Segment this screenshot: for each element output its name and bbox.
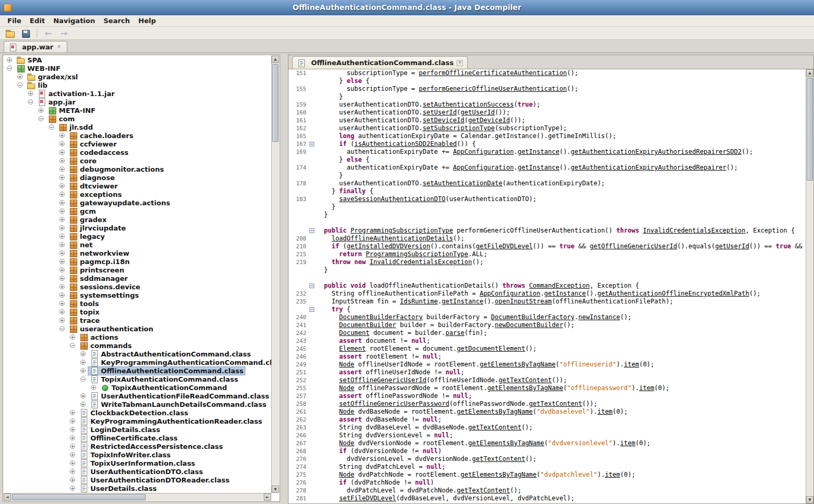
tree-item-topix[interactable]: +topix — [4, 308, 271, 316]
vertical-scrollbar-thumb[interactable] — [807, 78, 813, 181]
expand-toggle-icon[interactable]: + — [59, 242, 65, 247]
menu-navigation[interactable]: Navigation — [49, 16, 99, 26]
code-link[interactable]: getElementsByTagName — [480, 361, 556, 368]
code-link[interactable]: setAuthenticationSuccess — [423, 101, 513, 108]
expand-toggle-icon[interactable]: + — [80, 402, 86, 407]
save-all-sources-button[interactable] — [20, 28, 32, 38]
expand-toggle-icon[interactable]: + — [59, 217, 65, 222]
tree-item-writetabmanlaunchdetailscommand-class[interactable]: +WriteTabmanLaunchDetailsCommand.class — [4, 400, 271, 408]
code-link[interactable]: getTextContent — [529, 400, 582, 407]
code-link[interactable]: performGenericOfflineUserAuthentication — [419, 85, 567, 92]
code-link[interactable]: getTextContent — [499, 376, 552, 384]
expand-toggle-icon[interactable]: + — [70, 477, 75, 482]
expand-toggle-icon[interactable]: + — [59, 183, 65, 188]
menu-file[interactable]: File — [3, 16, 26, 26]
expand-toggle-icon[interactable]: + — [70, 418, 75, 424]
scroll-down-button[interactable] — [272, 486, 279, 493]
code-link[interactable]: AppConfiguration — [453, 164, 514, 171]
tree-item-keyprogrammingauthenticationcommand-class[interactable]: +KeyProgrammingAuthenticationCommand.cla… — [4, 358, 271, 366]
expand-toggle-icon[interactable]: + — [59, 150, 65, 155]
expand-toggle-icon[interactable]: + — [59, 292, 65, 298]
code-link[interactable]: item — [597, 408, 613, 415]
code-link[interactable]: getInstalledDVDVersion — [347, 243, 430, 250]
tree-item-restrictedaccesspersistence-class[interactable]: +RestrictedAccessPersistence.class — [4, 442, 271, 450]
expand-toggle-icon[interactable]: + — [59, 309, 65, 314]
fold-toggle-icon[interactable]: − — [310, 142, 314, 146]
code-link[interactable]: saveSessionAuthenticationDTO — [339, 195, 445, 203]
menu-help[interactable]: Help — [134, 16, 160, 26]
tree-item-keyprogrammingauthenticationreader-class[interactable]: +KeyProgrammingAuthenticationReader.clas… — [4, 417, 271, 425]
code-link[interactable]: getAuthenticationExpiryAuthorisedRepaire… — [571, 164, 726, 171]
code-link[interactable]: getTextContent — [457, 487, 510, 494]
collapse-toggle-icon[interactable]: − — [80, 376, 86, 382]
code-link[interactable]: newInstance — [579, 313, 620, 321]
code-link[interactable]: Node — [339, 384, 354, 392]
collapse-toggle-icon[interactable]: − — [38, 116, 44, 121]
tree-item-spa[interactable]: +SPA — [4, 56, 271, 64]
expand-toggle-icon[interactable]: + — [59, 200, 65, 205]
expand-toggle-icon[interactable]: + — [38, 108, 44, 113]
fold-toggle-icon[interactable]: − — [310, 284, 314, 288]
tree-item-userdetails-class[interactable]: +UserDetails.class — [4, 484, 271, 492]
tree-item-printscreen[interactable]: +printscreen — [4, 266, 271, 274]
expand-toggle-icon[interactable]: + — [80, 360, 86, 365]
collapse-toggle-icon[interactable]: − — [28, 99, 33, 104]
tree-item-cache-loaders[interactable]: +cache.loaders — [4, 131, 271, 140]
code-link[interactable]: setOfflineGenericUserId — [339, 376, 426, 384]
horizontal-scrollbar-thumb[interactable] — [12, 494, 146, 500]
code-link[interactable]: getAuthenticationExpiryAuthorisedRepaire… — [571, 148, 741, 155]
code-link[interactable]: getFileDVDLevel — [476, 243, 532, 250]
tree-item-exceptions[interactable]: +exceptions — [4, 190, 271, 198]
code-link[interactable]: getInstance — [518, 164, 559, 171]
code-link[interactable]: getTextContent — [472, 455, 525, 463]
tree-item-activation-1-1-jar[interactable]: +activation-1.1.jar — [4, 89, 271, 98]
code-link[interactable]: getElementsByTagName — [487, 384, 563, 392]
expand-toggle-icon[interactable]: + — [7, 57, 12, 62]
code-link[interactable]: getElementsByTagName — [461, 471, 537, 478]
code-link[interactable]: setOfflineGenericUserPassword — [339, 400, 449, 407]
tree-item-userauthenticationdto-class[interactable]: +UserAuthenticationDTO.class — [4, 467, 271, 476]
title-bar[interactable]: OfflineAuthenticationCommand.class - Jav… — [0, 0, 814, 15]
code-link[interactable]: getUserId — [715, 243, 749, 250]
tree-item-topixauthenticationcommand-class[interactable]: −TopixAuthenticationCommand.class — [4, 375, 271, 383]
code-link[interactable]: getAuthenticationOfflineEncryptedXmlPath — [597, 290, 749, 297]
code-link[interactable]: CommandException — [529, 282, 590, 289]
code-link[interactable]: setUserId — [423, 109, 457, 116]
tree-item-debugmonitor-actions[interactable]: +debugmonitor.actions — [4, 165, 271, 173]
tree-item-codedaccess[interactable]: +codedaccess — [4, 148, 271, 156]
code-link[interactable]: parse — [446, 329, 465, 337]
expand-toggle-icon[interactable]: + — [59, 259, 65, 264]
code-link[interactable]: setDeviceId — [423, 117, 464, 124]
open-file-button[interactable] — [4, 28, 16, 38]
expand-toggle-icon[interactable]: + — [59, 208, 65, 214]
scroll-right-button[interactable] — [264, 494, 271, 501]
tree-item-offlineauthenticationcommand-class[interactable]: +OfflineAuthenticationCommand.class — [4, 366, 271, 375]
expand-toggle-icon[interactable]: + — [70, 427, 75, 432]
code-link[interactable]: getElementsByTagName — [457, 408, 533, 415]
code-link[interactable]: item — [639, 384, 654, 392]
expand-toggle-icon[interactable]: + — [70, 444, 75, 449]
tree-item-gcm[interactable]: +gcm — [4, 207, 271, 215]
expand-toggle-icon[interactable]: + — [59, 276, 65, 281]
expand-toggle-icon[interactable]: + — [70, 460, 75, 466]
expand-toggle-icon[interactable]: + — [80, 351, 86, 356]
code-link[interactable]: DocumentBuilderFactory — [491, 313, 574, 321]
tree-item-legacy[interactable]: +legacy — [4, 232, 271, 240]
tab-offline-authentication-command-class[interactable]: OfflineAuthenticationCommand.class — [292, 56, 468, 69]
code-link[interactable]: getOfflineGenericUserId — [590, 243, 677, 250]
code-link[interactable]: item — [624, 361, 639, 368]
tree-item-meta-inf[interactable]: +META-INF — [4, 106, 271, 114]
code-link[interactable]: AppConfiguration — [453, 148, 514, 155]
expand-toggle-icon[interactable]: + — [59, 158, 65, 163]
tree-item-abstractauthenticationcommand-class[interactable]: +AbstractAuthenticationCommand.class — [4, 350, 271, 358]
expand-toggle-icon[interactable]: + — [70, 486, 75, 491]
expand-toggle-icon[interactable]: + — [28, 91, 33, 96]
collapse-toggle-icon[interactable]: − — [17, 82, 23, 88]
menu-edit[interactable]: Edit — [26, 16, 49, 26]
tree-item-jlr-sdd[interactable]: −jlr.sdd — [4, 123, 271, 131]
code-link[interactable]: setSubscriptionType — [423, 124, 494, 132]
code-link[interactable]: newDocumentBuilder — [495, 321, 563, 329]
code-link[interactable]: DocumentBuilderFactory — [339, 313, 423, 321]
code-link[interactable]: setAuthenticationDate — [423, 180, 502, 187]
tree-item-ccfviewer[interactable]: +ccfviewer — [4, 140, 271, 148]
